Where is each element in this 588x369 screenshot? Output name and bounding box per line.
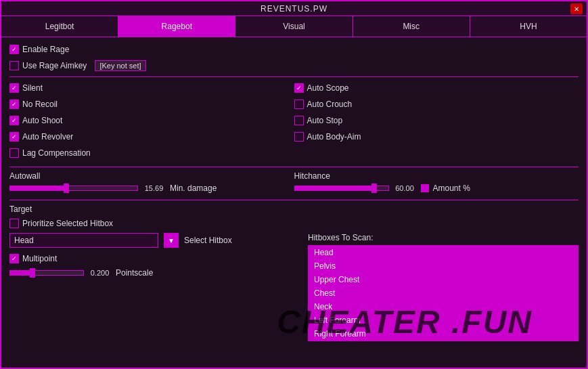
lag-compensation-label: Lag Compensation xyxy=(22,148,91,158)
bottom-section: Head ▼ Select Hitbox Multipoint xyxy=(9,233,579,341)
multipoint-row: Multipoint xyxy=(9,252,302,265)
hitbox-item-upper-chest[interactable]: Upper Chest xyxy=(309,273,578,286)
auto-crouch-checkbox[interactable] xyxy=(294,100,304,109)
auto-stop-label: Auto Stop xyxy=(307,116,343,125)
pointscale-slider[interactable] xyxy=(9,270,84,276)
lag-compensation-wrapper[interactable]: Lag Compensation xyxy=(9,148,91,158)
options-section: Silent No Recoil Auto Shoot xyxy=(9,81,579,162)
prioritize-hitbox-label: Prioritize Selected Hitbox xyxy=(22,219,113,228)
right-col: Auto Scope Auto Crouch Auto Stop xyxy=(294,81,579,162)
hitchance-value: 60.00 xyxy=(393,184,417,192)
auto-body-aim-label: Auto Body-Aim xyxy=(307,132,361,142)
enable-rage-checkbox-wrapper[interactable]: Enable Rage xyxy=(9,45,69,54)
divider-2 xyxy=(9,167,579,167)
autowall-slider-row: 15.69 Min. damage xyxy=(9,183,294,193)
lag-compensation-checkbox[interactable] xyxy=(9,148,19,158)
hitchance-col: Hitchance 60.00 Amount % xyxy=(294,171,579,196)
auto-shoot-wrapper[interactable]: Auto Shoot xyxy=(9,116,62,125)
target-title: Target xyxy=(9,204,579,214)
ragebot-content: Enable Rage Use Rage Aimkey [Key not set… xyxy=(1,37,587,368)
hitbox-item-neck[interactable]: Neck xyxy=(309,300,578,313)
no-recoil-wrapper[interactable]: No Recoil xyxy=(9,100,58,109)
sliders-section: Autowall 15.69 Min. damage Hitchance xyxy=(9,171,579,196)
autowall-value: 15.69 xyxy=(142,184,166,192)
silent-label: Silent xyxy=(22,83,43,93)
use-rage-aimkey-label: Use Rage Aimkey xyxy=(22,61,87,70)
auto-body-aim-row: Auto Body-Aim xyxy=(294,130,579,144)
use-rage-aimkey-checkbox[interactable] xyxy=(9,61,19,70)
auto-crouch-wrapper[interactable]: Auto Crouch xyxy=(294,100,353,109)
use-rage-aimkey-row: Use Rage Aimkey [Key not set] xyxy=(9,59,579,72)
auto-shoot-checkbox[interactable] xyxy=(9,116,19,125)
select-hitbox-label: Select Hitbox xyxy=(184,236,232,245)
prioritize-hitbox-row: Prioritize Selected Hitbox xyxy=(9,217,579,230)
silent-checkbox[interactable] xyxy=(9,83,19,93)
multipoint-checkbox[interactable] xyxy=(9,254,19,263)
target-section: Target Prioritize Selected Hitbox Head ▼… xyxy=(9,204,579,341)
hitbox-item-right-forearm[interactable]: Right Forearm xyxy=(309,327,578,341)
tab-visual[interactable]: Visual xyxy=(235,16,353,37)
window-title: REVENTUS.PW xyxy=(261,4,327,14)
hitbox-dropdown-btn[interactable]: ▼ xyxy=(164,233,179,248)
hitchance-color-swatch xyxy=(421,184,429,192)
multipoint-wrapper[interactable]: Multipoint xyxy=(9,254,57,263)
pointscale-label: Pointscale xyxy=(116,268,153,278)
tab-legitbot[interactable]: Legitbot xyxy=(1,16,118,37)
pointscale-value: 0.200 xyxy=(88,269,112,277)
auto-body-aim-wrapper[interactable]: Auto Body-Aim xyxy=(294,132,361,142)
auto-body-aim-checkbox[interactable] xyxy=(294,132,304,142)
auto-scope-checkbox[interactable] xyxy=(294,83,304,93)
auto-shoot-label: Auto Shoot xyxy=(22,116,62,125)
divider-3 xyxy=(9,200,579,200)
tab-hvh[interactable]: HVH xyxy=(470,16,587,37)
hitchance-slider[interactable] xyxy=(294,186,389,191)
auto-revolver-checkbox[interactable] xyxy=(9,132,19,142)
no-recoil-row: No Recoil xyxy=(9,97,294,111)
prioritize-hitbox-checkbox[interactable] xyxy=(9,219,19,228)
hitboxes-to-scan-label: Hitboxes To Scan: xyxy=(308,233,579,242)
autowall-slider[interactable] xyxy=(9,186,138,191)
autowall-title: Autowall xyxy=(9,171,294,181)
auto-crouch-row: Auto Crouch xyxy=(294,97,579,111)
prioritize-hitbox-wrapper[interactable]: Prioritize Selected Hitbox xyxy=(9,219,113,228)
auto-crouch-label: Auto Crouch xyxy=(307,100,353,109)
auto-stop-row: Auto Stop xyxy=(294,114,579,127)
hitbox-display: Head xyxy=(9,233,158,248)
autowall-min-damage-label: Min. damage xyxy=(170,183,217,193)
auto-revolver-wrapper[interactable]: Auto Revolver xyxy=(9,132,73,142)
hitbox-item-pelvis[interactable]: Pelvis xyxy=(309,259,578,273)
tab-bar: Legitbot Ragebot Visual Misc HVH xyxy=(1,16,587,37)
hitchance-title: Hitchance xyxy=(294,171,579,181)
auto-revolver-label: Auto Revolver xyxy=(22,132,73,142)
no-recoil-checkbox[interactable] xyxy=(9,100,19,109)
main-window: REVENTUS.PW ✕ Legitbot Ragebot Visual Mi… xyxy=(0,0,588,369)
hitchance-amount-label: Amount % xyxy=(433,183,470,193)
autowall-col: Autowall 15.69 Min. damage xyxy=(9,171,294,196)
hitbox-item-chest[interactable]: Chest xyxy=(309,286,578,300)
auto-scope-row: Auto Scope xyxy=(294,81,579,95)
multipoint-label: Multipoint xyxy=(22,254,57,263)
enable-rage-label: Enable Rage xyxy=(22,45,69,54)
hitbox-item-left-forearm[interactable]: Left Forearm xyxy=(309,313,578,327)
enable-rage-checkbox[interactable] xyxy=(9,45,19,54)
auto-scope-label: Auto Scope xyxy=(307,83,349,93)
no-recoil-label: No Recoil xyxy=(22,100,58,109)
auto-revolver-row: Auto Revolver xyxy=(9,130,294,144)
auto-stop-checkbox[interactable] xyxy=(294,116,304,125)
close-button[interactable]: ✕ xyxy=(570,3,583,14)
auto-stop-wrapper[interactable]: Auto Stop xyxy=(294,116,343,125)
hitbox-list: Head Pelvis Upper Chest Chest Neck Left … xyxy=(308,245,579,341)
tab-misc[interactable]: Misc xyxy=(353,16,470,37)
use-rage-aimkey-wrapper[interactable]: Use Rage Aimkey xyxy=(9,61,87,70)
tab-ragebot[interactable]: Ragebot xyxy=(118,16,235,37)
key-not-set-badge[interactable]: [Key not set] xyxy=(95,60,145,71)
lag-compensation-row: Lag Compensation xyxy=(9,146,294,160)
title-bar: REVENTUS.PW ✕ xyxy=(1,1,587,16)
divider-1 xyxy=(9,77,579,77)
pointscale-slider-row: 0.200 Pointscale xyxy=(9,268,302,278)
hitbox-select-panel: Head ▼ Select Hitbox Multipoint xyxy=(9,233,302,341)
auto-scope-wrapper[interactable]: Auto Scope xyxy=(294,83,349,93)
hitboxes-to-scan-panel: Hitboxes To Scan: Head Pelvis Upper Ches… xyxy=(308,233,579,341)
hitbox-item-head[interactable]: Head xyxy=(309,246,578,259)
silent-wrapper[interactable]: Silent xyxy=(9,83,43,93)
